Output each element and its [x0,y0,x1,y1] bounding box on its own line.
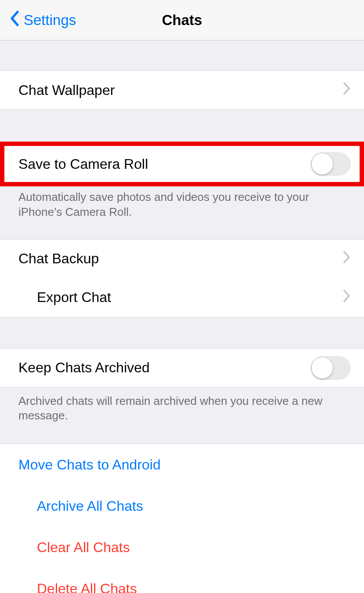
delete-all-row[interactable]: Delete All Chats [0,568,364,593]
archive-all-row[interactable]: Archive All Chats [0,485,364,527]
chevron-left-icon [10,11,24,30]
keep-archived-toggle[interactable] [310,356,351,380]
delete-all-label: Delete All Chats [37,581,351,593]
chevron-right-icon [343,251,351,267]
keep-archived-footer: Archived chats will remain archived when… [0,388,364,424]
chevron-right-icon [343,289,351,306]
clear-all-row[interactable]: Clear All Chats [0,527,364,568]
chat-wallpaper-row[interactable]: Chat Wallpaper [0,71,364,109]
save-camera-roll-row[interactable]: Save to Camera Roll [0,145,364,183]
move-chats-row[interactable]: Move Chats to Android [0,444,364,485]
export-chat-label: Export Chat [37,289,343,306]
keep-archived-row[interactable]: Keep Chats Archived [0,349,364,387]
chat-backup-label: Chat Backup [18,251,343,267]
chat-backup-row[interactable]: Chat Backup [0,240,364,278]
page-title: Chats [162,12,202,29]
archive-all-label: Archive All Chats [37,498,351,514]
save-camera-roll-footer: Automatically save photos and videos you… [0,184,364,220]
clear-all-label: Clear All Chats [37,539,351,556]
chat-wallpaper-label: Chat Wallpaper [18,82,343,98]
move-chats-label: Move Chats to Android [18,457,351,473]
keep-archived-label: Keep Chats Archived [18,360,310,376]
nav-bar: Settings Chats [0,0,364,40]
export-chat-row[interactable]: Export Chat [0,278,364,317]
back-button[interactable]: Settings [10,0,76,40]
save-camera-roll-label: Save to Camera Roll [18,156,310,172]
save-camera-roll-toggle[interactable] [310,152,351,176]
back-label: Settings [24,12,76,29]
chevron-right-icon [343,82,351,98]
